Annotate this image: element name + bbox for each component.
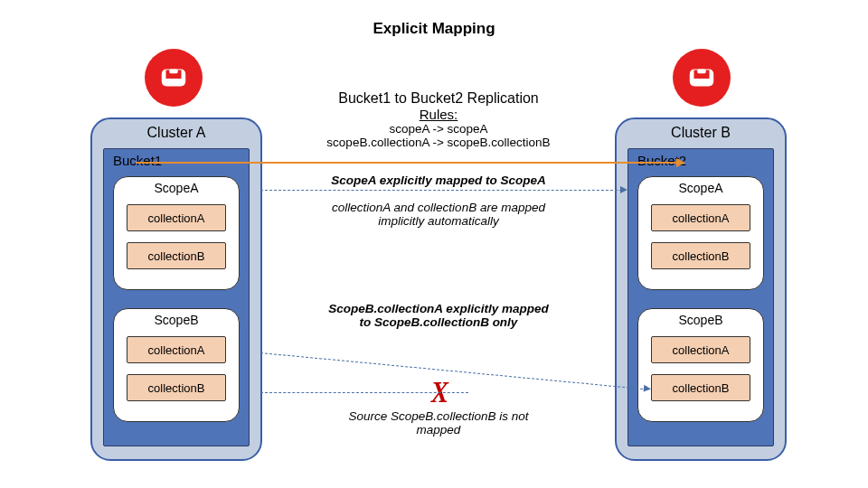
arrow-head-icon: [676, 158, 685, 167]
annotation-scopea-mapped: ScopeA explicitly mapped to ScopeA: [316, 174, 561, 187]
rule-2: scopeB.collectionA -> scopeB.collectionB: [316, 136, 561, 149]
collection-box: collectionA: [127, 336, 226, 363]
couchbase-logo-right: [673, 49, 731, 107]
collection-box: collectionA: [127, 204, 226, 231]
annotation-scopea-implicit: collectionA and collectionB are mapped i…: [316, 201, 561, 228]
cluster-b-scope-b: ScopeB collectionA collectionB: [637, 308, 764, 422]
annotation-not-mapped: Source ScopeB.collectionB is not mapped: [316, 409, 561, 436]
collection-box: collectionB: [127, 242, 226, 269]
arrow-bucket-replication: [136, 162, 678, 164]
bucket1: Bucket1 ScopeA collectionA collectionB S…: [103, 148, 250, 446]
collection-box: collectionB: [127, 374, 226, 401]
rule-1: scopeA -> scopeA: [316, 122, 561, 136]
rules-label: Rules:: [316, 107, 561, 122]
collection-box: collectionB: [651, 374, 750, 401]
arrow-scopeb-colla: [260, 352, 647, 389]
cluster-a-scope-a: ScopeA collectionA collectionB: [113, 176, 240, 290]
scope-label: ScopeB: [638, 313, 763, 327]
svg-rect-3: [697, 70, 705, 74]
annotation-scopeb-mapped: ScopeB.collectionA explicitly mapped to …: [316, 302, 561, 329]
cluster-b-scope-a: ScopeA collectionA collectionB: [637, 176, 764, 290]
scope-label: ScopeA: [114, 181, 239, 195]
collection-box: collectionA: [651, 204, 750, 231]
cluster-a-label: Cluster A: [92, 125, 260, 141]
bucket2: Bucket2 ScopeA collectionA collectionB S…: [627, 148, 774, 446]
couchbase-icon: [158, 62, 189, 93]
svg-rect-1: [169, 70, 177, 74]
arrow-head-icon: [644, 385, 652, 393]
cluster-b-label: Cluster B: [617, 125, 785, 141]
arrow-head-icon: [620, 186, 627, 193]
couchbase-icon: [686, 62, 717, 93]
replication-title: Bucket1 to Bucket2 Replication: [316, 90, 561, 107]
couchbase-logo-left: [145, 49, 203, 107]
cluster-a-scope-b: ScopeB collectionA collectionB: [113, 308, 240, 422]
cluster-b: Cluster B Bucket2 ScopeA collectionA col…: [615, 117, 787, 461]
collection-box: collectionA: [651, 336, 750, 363]
cluster-a: Cluster A Bucket1 ScopeA collectionA col…: [90, 117, 262, 461]
scope-label: ScopeA: [638, 181, 763, 195]
arrow-scopeb-collb-blocked: [260, 392, 468, 393]
replication-header: Bucket1 to Bucket2 Replication Rules: sc…: [316, 90, 561, 149]
collection-box: collectionB: [651, 242, 750, 269]
scope-label: ScopeB: [114, 313, 239, 327]
bucket1-label: Bucket1: [104, 153, 249, 168]
arrow-scopea: [260, 190, 622, 191]
page-title: Explicit Mapping: [0, 20, 868, 38]
bucket2-label: Bucket2: [628, 153, 773, 168]
